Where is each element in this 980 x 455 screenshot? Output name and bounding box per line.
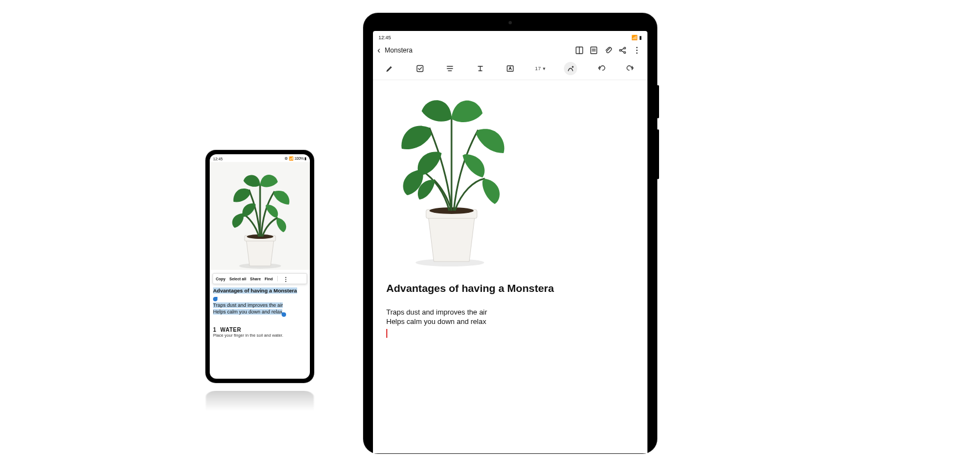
plant-illustration [221,165,299,270]
context-more-icon[interactable]: ⋯ [283,276,287,281]
selection-handle-start[interactable] [213,297,217,301]
phone-section-title: WATER [220,327,241,333]
reading-mode-icon[interactable] [574,45,584,55]
tablet-device: 12:45 📶 ▮ ‹ Monstera [364,13,657,453]
phone-section: 1 WATER Place your finger in the soil an… [213,327,307,338]
phone-note-image [210,162,310,270]
checkbox-tool-icon[interactable] [413,62,427,75]
svg-line-12 [621,51,624,53]
tablet-note-image [386,86,634,268]
svg-rect-16 [417,66,423,72]
context-find[interactable]: Find [265,277,273,281]
phone-line2-selected[interactable]: Helps calm you down and relax [213,309,282,315]
pen-tool-icon[interactable] [564,62,577,75]
stage: 12:45 ⚙ 📶 100% ▮ [0,0,980,455]
font-tool-icon[interactable] [504,62,517,75]
tablet-screen: 12:45 📶 ▮ ‹ Monstera [373,31,647,453]
context-copy[interactable]: Copy [216,277,226,281]
tablet-side-button-b [657,129,659,179]
undo-icon[interactable] [594,62,608,75]
phone-status-bar: 12:45 ⚙ 📶 100% ▮ [210,154,310,162]
share-icon[interactable] [618,45,628,55]
tablet-status-bar: 12:45 📶 ▮ [373,31,647,42]
tablet-header: ‹ Monstera [373,42,647,60]
more-icon[interactable] [632,45,642,55]
highlighter-tool-icon[interactable] [383,62,396,75]
phone-status-right: ⚙ 📶 100% ▮ [284,156,307,161]
phone-device: 12:45 ⚙ 📶 100% ▮ [206,150,314,383]
tablet-camera [509,21,512,24]
text-cursor [386,329,387,338]
page-template-icon[interactable] [589,45,599,55]
phone-section-num: 1 [213,327,216,333]
context-separator [277,276,278,281]
font-size-selector[interactable]: 17 ▾ [534,62,547,75]
svg-point-14 [636,50,637,51]
svg-point-15 [636,53,637,54]
redo-icon[interactable] [624,62,637,75]
tablet-heading[interactable]: Advantages of having a Monstera [386,283,634,295]
phone-heading-selected[interactable]: Advantages of having a Monstera [213,287,297,294]
tablet-toolbar: 17 ▾ [373,60,647,80]
phone-note-body[interactable]: Advantages of having a Monstera Traps du… [210,286,310,338]
phone-status-time: 12:45 [213,157,223,161]
phone-line1-selected[interactable]: Traps dust and improves the air [213,302,283,308]
tablet-status-right: 📶 ▮ [631,35,642,40]
context-share[interactable]: Share [250,277,261,281]
attach-icon[interactable] [603,45,613,55]
svg-line-11 [621,49,624,50]
back-icon[interactable]: ‹ [377,46,380,54]
phone-reflection [206,391,314,411]
text-context-menu: Copy Select all Share Find ⋯ [212,273,307,284]
phone-section-body: Place your finger in the soil and water. [213,333,307,338]
phone-screen: 12:45 ⚙ 📶 100% ▮ [210,154,310,379]
svg-point-13 [636,47,637,48]
selection-handle-end[interactable] [282,312,286,317]
note-title[interactable]: Monstera [385,46,412,54]
text-style-tool-icon[interactable] [474,62,487,75]
tablet-side-button-a [657,85,659,118]
context-select-all[interactable]: Select all [230,277,246,281]
tablet-line2[interactable]: Helps calm you down and relax [386,317,634,326]
tablet-note-body[interactable]: Advantages of having a Monstera Traps du… [373,80,647,453]
tablet-line1[interactable]: Traps dust and improves the air [386,308,634,316]
align-tool-icon[interactable] [443,62,457,75]
tablet-status-time: 12:45 [378,35,391,40]
svg-rect-5 [591,47,597,54]
